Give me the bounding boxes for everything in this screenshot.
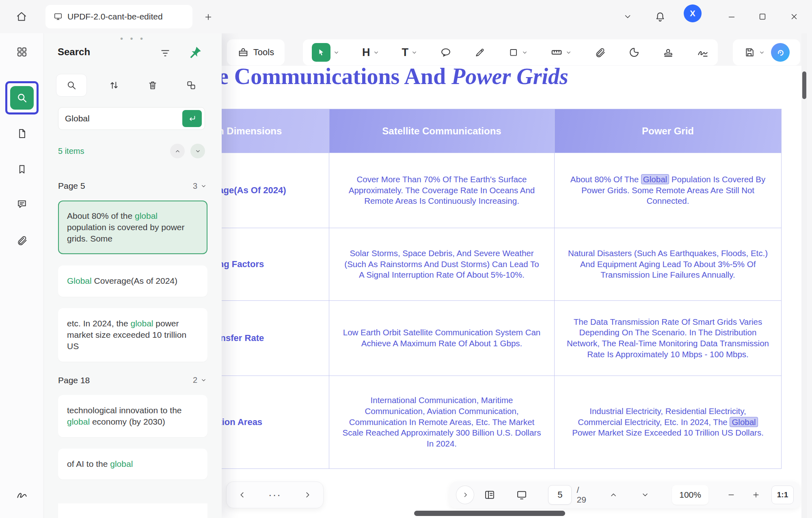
nav-more-button[interactable]: ··· [268,493,281,497]
power-grid-cell: About 80% Of The Global Population Is Co… [555,153,782,228]
result-group-header[interactable]: Page 53 [58,179,207,193]
ai-assistant-button[interactable] [771,43,790,62]
vertical-scroll-thumb[interactable] [802,71,806,99]
tab-search[interactable] [56,74,87,97]
signature-panel-button[interactable] [12,485,32,504]
next-page-button[interactable] [636,486,654,504]
page-thumbnails-button[interactable] [481,486,499,504]
bookmarks-button[interactable] [12,160,32,179]
search-tool-selected[interactable] [5,81,39,114]
zoom-out-button[interactable] [722,486,740,504]
slideshow-button[interactable] [512,486,531,504]
search-result-item[interactable]: of AI to the global [58,449,207,479]
avatar-initial: X [690,9,695,18]
sticker-tool[interactable] [628,47,640,58]
chevron-down-icon[interactable] [522,50,528,56]
comment-icon [16,199,28,210]
save-group [733,39,800,65]
user-avatar[interactable]: X [684,4,702,22]
attachments-button[interactable] [12,231,32,250]
search-icon [66,80,77,91]
pen-icon [474,47,486,58]
new-tab-button[interactable] [201,9,216,25]
page-number-input[interactable] [548,485,572,505]
nav-forward-button[interactable] [303,490,312,499]
search-result-item[interactable]: technological innovation to the global e… [58,395,207,437]
tools-button[interactable]: Tools [227,39,285,65]
search-result-item[interactable]: About 80% of the global population is co… [58,201,207,254]
filter-button[interactable] [157,45,174,62]
chevron-down-icon[interactable] [759,50,765,56]
comments-button[interactable] [12,194,32,214]
chevron-down-icon [623,12,632,21]
plus-icon [204,13,213,22]
chevron-up-icon [609,491,618,499]
stamp-tool[interactable] [663,47,674,58]
search-result-item[interactable]: etc. In 2024, the global power market si… [58,308,207,362]
close-button[interactable] [784,7,804,26]
highlighter-tool[interactable] [474,47,486,58]
pages-button[interactable] [12,124,32,143]
group-count: 2 [193,376,197,385]
view-control-bar: / 29 100% 1:1 [449,481,800,508]
search-result-item[interactable]: Global Coverage(As of 2024) [58,265,207,296]
text-tool[interactable]: T [402,47,418,58]
heading-letter: H [362,47,370,58]
home-button[interactable] [11,6,32,27]
nav-back-button[interactable] [238,490,247,499]
drag-handle[interactable]: • • • [44,34,222,43]
home-grid-button[interactable] [12,42,32,62]
pin-icon [186,45,203,62]
zoom-level[interactable]: 100% [672,485,708,505]
comment-bubble-icon [440,47,451,58]
expand-panel-button[interactable] [456,486,474,504]
maximize-button[interactable] [753,7,772,26]
measure-tool[interactable] [551,46,572,58]
chevron-down-icon[interactable] [201,377,207,383]
search-submit-button[interactable] [182,110,202,127]
match-highlight: global [130,319,153,328]
chevron-down-icon[interactable] [333,50,339,56]
previous-result-button[interactable] [170,144,185,158]
ai-swirl-icon [775,47,786,58]
document-tab[interactable]: UPDF-2.0-cant-be-edited [45,5,192,28]
select-tool[interactable] [312,43,339,62]
zoom-in-button[interactable] [747,486,765,504]
tab-replace[interactable] [172,74,210,97]
maximize-icon [758,12,767,21]
window-titlebar: UPDF-2.0-cant-be-edited X [0,0,812,33]
actual-size-button[interactable]: 1:1 [771,486,794,504]
satellite-cell: Cover More Than 70% Of The Earth's Surfa… [329,153,555,228]
chevron-down-icon[interactable] [411,50,417,56]
minimize-button[interactable] [722,7,741,26]
chevron-down-icon[interactable] [201,183,207,189]
minimize-icon [727,12,736,21]
heading-tool[interactable]: H [362,47,379,58]
window-menu-button[interactable] [618,7,637,26]
tab-delete[interactable] [133,74,172,97]
shape-tool[interactable] [508,47,528,58]
search-input[interactable] [58,108,182,130]
result-group-header[interactable]: Page 182 [58,373,207,388]
plus-icon [752,491,760,499]
match-highlight: global [67,417,90,426]
signature-tool[interactable] [697,46,709,58]
previous-page-button[interactable] [604,486,622,504]
attachment-tool[interactable] [594,47,606,58]
chevron-down-icon[interactable] [566,50,572,56]
title-italic: Power Grids [451,64,568,89]
save-button[interactable] [744,47,755,58]
paperclip-icon [16,235,28,246]
sort-icon [109,80,119,91]
search-panel-title: Search [58,46,90,58]
next-result-button[interactable] [190,144,205,158]
trash-icon [147,80,158,91]
tab-sort[interactable] [95,74,133,97]
comment-tool[interactable] [440,47,451,58]
chevron-down-icon[interactable] [373,50,379,56]
filter-icon [160,48,171,58]
horizontal-scroll-thumb[interactable] [414,511,565,516]
vertical-scrollbar[interactable] [801,33,807,518]
notifications-button[interactable] [650,7,670,26]
pin-button[interactable] [186,45,203,62]
